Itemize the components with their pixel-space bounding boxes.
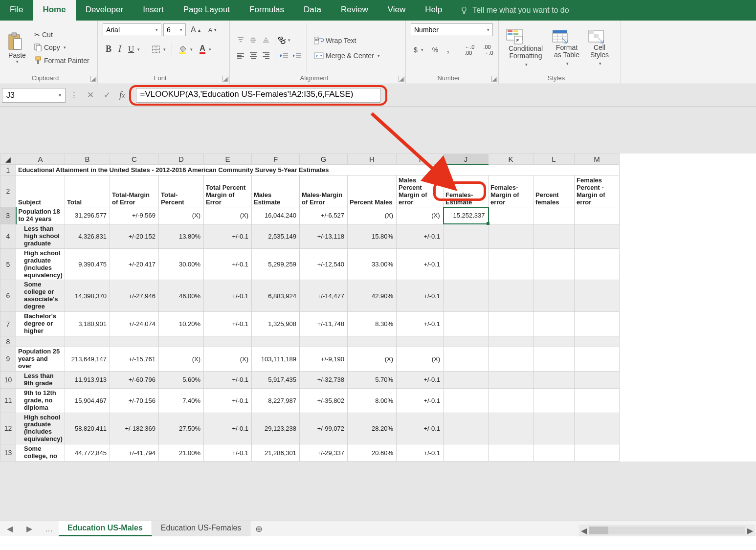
col-header-D[interactable]: D (159, 154, 204, 165)
italic-button[interactable]: I (115, 43, 124, 55)
subject-cell[interactable]: High school graduate (includes equivalen… (16, 248, 65, 280)
data-cell[interactable]: +/-9,569 (110, 207, 159, 224)
data-cell[interactable]: +/-0.1 (204, 444, 252, 462)
header-cell[interactable]: Males Estimate (252, 176, 300, 207)
data-cell[interactable]: 10.20% (159, 312, 204, 336)
data-cell[interactable]: +/-0.1 (397, 371, 444, 388)
row-header-7[interactable]: 7 (0, 312, 16, 336)
data-cell[interactable] (444, 224, 489, 248)
data-cell[interactable]: +/-0.1 (204, 312, 252, 336)
data-cell[interactable] (489, 280, 534, 312)
data-cell[interactable]: +/-9,190 (300, 347, 348, 372)
col-header-J[interactable]: J (444, 154, 489, 165)
format-as-table-button[interactable]: Format as Table (550, 28, 584, 68)
data-cell[interactable]: 15.80% (348, 224, 397, 248)
data-cell[interactable] (534, 444, 575, 462)
col-header-K[interactable]: K (489, 154, 534, 165)
data-cell[interactable] (534, 248, 575, 280)
tab-data[interactable]: Data (294, 0, 331, 21)
data-cell[interactable]: 58,820,411 (65, 413, 110, 444)
data-cell[interactable]: +/-0.1 (397, 224, 444, 248)
data-cell[interactable] (575, 388, 620, 413)
data-cell[interactable]: 11,913,913 (65, 371, 110, 388)
data-cell[interactable] (348, 336, 397, 347)
data-cell[interactable]: 15,252,337 (444, 207, 489, 224)
data-cell[interactable] (575, 207, 620, 224)
row-header-5[interactable]: 5 (0, 248, 16, 280)
data-cell[interactable]: +/-0.1 (397, 444, 444, 462)
data-cell[interactable]: +/-0.1 (204, 371, 252, 388)
font-name-select[interactable]: Arial▾ (103, 23, 161, 36)
data-cell[interactable]: +/-0.1 (397, 413, 444, 444)
data-cell[interactable]: 27.50% (159, 413, 204, 444)
format-painter-button[interactable]: Format Painter (31, 55, 92, 66)
data-cell[interactable] (252, 336, 300, 347)
data-cell[interactable]: 1,325,908 (252, 312, 300, 336)
data-cell[interactable]: +/-0.1 (204, 280, 252, 312)
data-cell[interactable]: +/-0.1 (397, 312, 444, 336)
tell-me-search[interactable]: Tell me what you want to do (452, 0, 577, 21)
row-header-11[interactable]: 11 (0, 388, 16, 413)
horizontal-scrollbar[interactable]: ◀▶ (579, 525, 755, 536)
row-header-12[interactable]: 12 (0, 413, 16, 444)
subject-cell[interactable]: High school graduate (includes equivalen… (16, 413, 65, 444)
data-cell[interactable]: 30.00% (159, 248, 204, 280)
percent-format-button[interactable]: % (429, 45, 441, 55)
data-cell[interactable]: 21,286,301 (252, 444, 300, 462)
col-header-I[interactable]: I (397, 154, 444, 165)
data-cell[interactable]: +/-35,802 (300, 388, 348, 413)
data-cell[interactable]: 8.00% (348, 388, 397, 413)
data-cell[interactable]: +/-0.1 (397, 388, 444, 413)
data-cell[interactable]: +/-0.1 (397, 248, 444, 280)
data-cell[interactable]: 14,398,370 (65, 280, 110, 312)
data-cell[interactable]: +/-99,072 (300, 413, 348, 444)
fx-icon[interactable]: fx (115, 90, 129, 100)
header-cell[interactable]: Males-Margin of Error (300, 176, 348, 207)
tab-help[interactable]: Help (415, 0, 452, 21)
data-cell[interactable]: 4,326,831 (65, 224, 110, 248)
data-cell[interactable]: 5,917,435 (252, 371, 300, 388)
data-cell[interactable]: 16,044,240 (252, 207, 300, 224)
data-cell[interactable] (534, 224, 575, 248)
data-cell[interactable] (534, 336, 575, 347)
header-cell[interactable]: Total-Margin of Error (110, 176, 159, 207)
data-cell[interactable] (534, 280, 575, 312)
data-cell[interactable]: (X) (348, 347, 397, 372)
fill-color-button[interactable] (175, 44, 196, 55)
tab-file[interactable]: File (0, 0, 33, 21)
row-header-9[interactable]: 9 (0, 347, 16, 372)
data-cell[interactable]: +/-32,738 (300, 371, 348, 388)
col-header-E[interactable]: E (204, 154, 252, 165)
data-cell[interactable] (489, 207, 534, 224)
font-color-button[interactable]: A (197, 44, 214, 55)
data-cell[interactable] (489, 347, 534, 372)
name-box[interactable]: J3▾ (2, 88, 66, 103)
data-cell[interactable] (534, 413, 575, 444)
data-cell[interactable] (534, 207, 575, 224)
data-cell[interactable] (575, 224, 620, 248)
cut-button[interactable]: ✂Cut (31, 30, 92, 40)
tab-insert[interactable]: Insert (133, 0, 174, 21)
wrap-text-button[interactable]: abWrap Text (311, 35, 383, 46)
data-cell[interactable] (159, 336, 204, 347)
data-cell[interactable]: +/-0.1 (204, 413, 252, 444)
data-cell[interactable]: 29,123,238 (252, 413, 300, 444)
subject-cell[interactable]: Population 18 to 24 years (16, 207, 65, 224)
data-cell[interactable]: (X) (397, 207, 444, 224)
grid[interactable]: ◢ABCDEFGHIJKLM 1Educational Attainment i… (0, 154, 620, 462)
font-dialog-launcher[interactable]: ◢ (222, 76, 228, 82)
data-cell[interactable] (575, 413, 620, 444)
data-cell[interactable] (575, 336, 620, 347)
sheet-tab-males[interactable]: Education US-Males (59, 521, 152, 536)
data-cell[interactable]: +/-70,156 (110, 388, 159, 413)
number-format-select[interactable]: Number▾ (411, 23, 493, 36)
row-header-3[interactable]: 3 (0, 207, 16, 224)
subject-cell[interactable] (16, 336, 65, 347)
conditional-formatting-button[interactable]: ≠Conditional Formatting (504, 27, 548, 69)
subject-cell[interactable]: Less than high school graduate (16, 224, 65, 248)
data-cell[interactable] (444, 371, 489, 388)
data-cell[interactable] (444, 336, 489, 347)
data-cell[interactable] (489, 388, 534, 413)
header-cell[interactable]: Percent females (534, 176, 575, 207)
enter-formula-button[interactable]: ✓ (99, 90, 115, 100)
